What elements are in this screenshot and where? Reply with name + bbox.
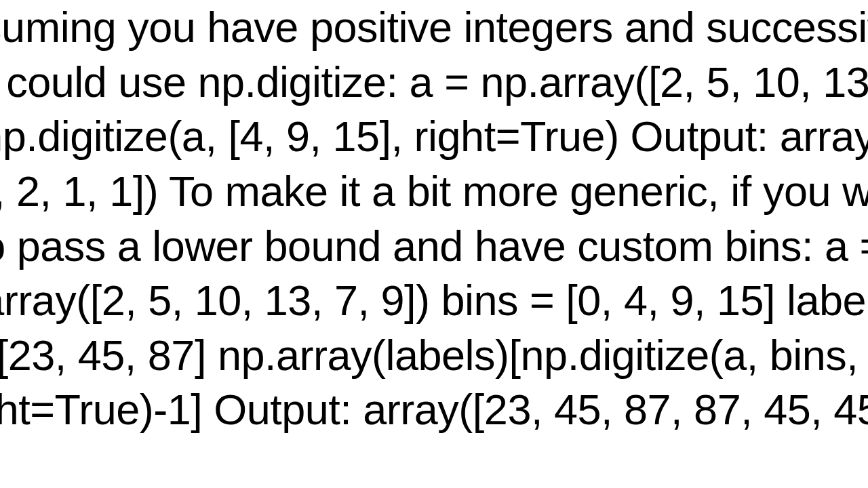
document-text: Assuming you have positive integers and … [0,0,868,437]
